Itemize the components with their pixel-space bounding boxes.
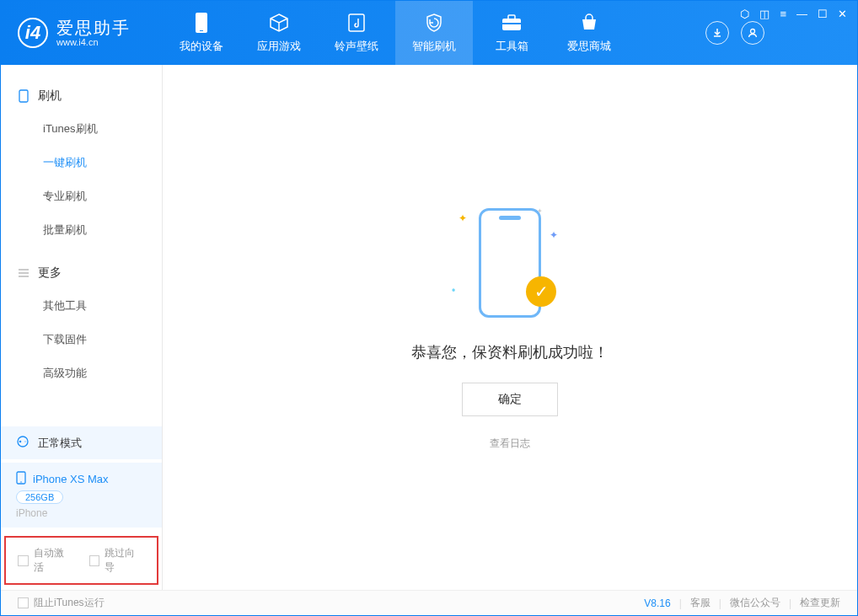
success-illustration: ✦ ✦ • ✦ ✓: [447, 204, 573, 322]
sparkle-icon: ✦: [458, 212, 467, 224]
body: 刷机 iTunes刷机 一键刷机 专业刷机 批量刷机 更多 其他工具 下载固件 …: [1, 65, 857, 590]
mode-label: 正常模式: [38, 436, 82, 451]
shield-icon: [423, 12, 445, 34]
checkbox-auto-activate[interactable]: 自动激活: [18, 546, 74, 575]
success-message: 恭喜您，保资料刷机成功啦！: [411, 342, 609, 362]
ok-button[interactable]: 确定: [462, 383, 558, 416]
nav-tab-shop[interactable]: 爱思商城: [550, 1, 628, 65]
nav-label: 应用游戏: [257, 39, 301, 54]
separator: |: [789, 597, 791, 609]
nav-tab-flash[interactable]: 智能刷机: [395, 1, 473, 65]
svg-rect-0: [196, 13, 207, 33]
checkbox-skip-guide[interactable]: 跳过向导: [89, 546, 146, 575]
header-actions: [705, 21, 764, 45]
toolbox-icon: [501, 12, 523, 34]
device-type: iPhone: [16, 507, 147, 519]
sparkle-icon: •: [452, 285, 455, 297]
separator: |: [719, 597, 721, 609]
checkbox-icon: [18, 597, 29, 608]
refresh-icon: [16, 435, 29, 451]
group-title: 更多: [38, 265, 62, 281]
svg-rect-7: [19, 90, 28, 102]
svg-point-12: [20, 481, 22, 483]
menu-icon[interactable]: ≡: [780, 8, 786, 20]
checkbox-label: 跳过向导: [105, 546, 145, 575]
shirt-icon[interactable]: ⬡: [740, 8, 749, 20]
app-logo-icon: i4: [18, 18, 48, 48]
app-header: i4 爱思助手 www.i4.cn 我的设备 应用游戏 铃声壁纸 智能刷机 工具…: [1, 1, 857, 65]
nav-tab-ringtone[interactable]: 铃声壁纸: [318, 1, 395, 65]
minimize-icon[interactable]: —: [796, 8, 807, 20]
sidebar-item-advanced[interactable]: 高级功能: [1, 356, 162, 390]
window-controls: ⬡ ◫ ≡ — ☐ ✕: [740, 8, 847, 20]
status-right: V8.16 | 客服 | 微信公众号 | 检查更新: [644, 596, 840, 610]
sidebar: 刷机 iTunes刷机 一键刷机 专业刷机 批量刷机 更多 其他工具 下载固件 …: [1, 65, 163, 590]
nav-label: 工具箱: [496, 39, 528, 54]
link-check-update[interactable]: 检查更新: [800, 596, 840, 610]
app-title: 爱思助手: [56, 19, 131, 37]
checkbox-label: 自动激活: [34, 546, 74, 575]
svg-rect-4: [508, 15, 515, 19]
checkbox-block-itunes[interactable]: 阻止iTunes运行: [18, 596, 105, 610]
phone-icon: [18, 90, 29, 102]
close-icon[interactable]: ✕: [838, 8, 847, 20]
nav-tab-apps[interactable]: 应用游戏: [240, 1, 318, 65]
sidebar-group-flash[interactable]: 刷机: [1, 80, 162, 112]
options-highlight-box: 自动激活 跳过向导: [4, 536, 158, 585]
svg-rect-2: [349, 14, 364, 31]
sidebar-group-more[interactable]: 更多: [1, 257, 162, 289]
sidebar-item-oneclick-flash[interactable]: 一键刷机: [1, 146, 162, 179]
user-icon[interactable]: [741, 21, 764, 45]
nav-tab-device[interactable]: 我的设备: [163, 1, 240, 65]
main-content: ✦ ✦ • ✦ ✓ 恭喜您，保资料刷机成功啦！ 确定 查看日志: [163, 65, 857, 590]
status-bar: 阻止iTunes运行 V8.16 | 客服 | 微信公众号 | 检查更新: [1, 590, 857, 615]
svg-point-10: [24, 441, 27, 443]
nav-label: 爱思商城: [567, 39, 611, 54]
maximize-icon[interactable]: ☐: [818, 8, 828, 20]
nav-tabs: 我的设备 应用游戏 铃声壁纸 智能刷机 工具箱 爱思商城: [163, 1, 628, 65]
logo-area: i4 爱思助手 www.i4.cn: [1, 18, 163, 48]
device-icon: [190, 12, 212, 34]
version-label: V8.16: [644, 597, 670, 609]
separator: |: [679, 597, 682, 609]
cube-icon: [268, 12, 290, 34]
link-wechat[interactable]: 微信公众号: [730, 596, 780, 610]
nav-label: 铃声壁纸: [335, 39, 378, 54]
svg-rect-5: [502, 23, 521, 24]
feedback-icon[interactable]: ◫: [759, 8, 770, 20]
sparkle-icon: ✦: [550, 229, 558, 241]
sidebar-item-pro-flash[interactable]: 专业刷机: [1, 179, 162, 213]
app-subtitle: www.i4.cn: [56, 37, 131, 47]
sidebar-scroll: 刷机 iTunes刷机 一键刷机 专业刷机 批量刷机 更多 其他工具 下载固件 …: [1, 65, 162, 426]
svg-point-6: [751, 29, 755, 34]
checkbox-icon: [18, 555, 29, 566]
view-log-link[interactable]: 查看日志: [490, 437, 530, 451]
nav-label: 我的设备: [180, 39, 223, 54]
shop-icon: [578, 12, 600, 34]
device-phone-icon: [16, 471, 26, 487]
sidebar-item-batch-flash[interactable]: 批量刷机: [1, 213, 162, 247]
svg-point-9: [19, 441, 22, 443]
device-name-row: iPhone XS Max: [16, 471, 147, 487]
logo-text: 爱思助手 www.i4.cn: [56, 19, 131, 47]
checkbox-icon: [89, 555, 100, 566]
group-title: 刷机: [38, 88, 62, 104]
list-icon: [18, 267, 29, 279]
sidebar-bottom: 正常模式 iPhone XS Max 256GB iPhone 自动激活 跳过向…: [1, 426, 162, 590]
mode-card[interactable]: 正常模式: [1, 426, 162, 459]
checkmark-badge-icon: ✓: [526, 276, 556, 307]
link-support[interactable]: 客服: [690, 596, 711, 610]
download-icon[interactable]: [705, 21, 729, 45]
svg-rect-1: [200, 30, 203, 31]
capacity-badge: 256GB: [16, 490, 63, 504]
device-name: iPhone XS Max: [33, 473, 109, 485]
checkbox-label: 阻止iTunes运行: [34, 596, 105, 610]
device-card[interactable]: iPhone XS Max 256GB iPhone: [1, 463, 162, 528]
sidebar-item-itunes-flash[interactable]: iTunes刷机: [1, 112, 162, 146]
nav-tab-toolbox[interactable]: 工具箱: [473, 1, 550, 65]
sidebar-item-other-tools[interactable]: 其他工具: [1, 289, 162, 323]
nav-label: 智能刷机: [412, 39, 456, 54]
sidebar-item-download-firmware[interactable]: 下载固件: [1, 323, 162, 356]
music-icon: [346, 12, 367, 34]
